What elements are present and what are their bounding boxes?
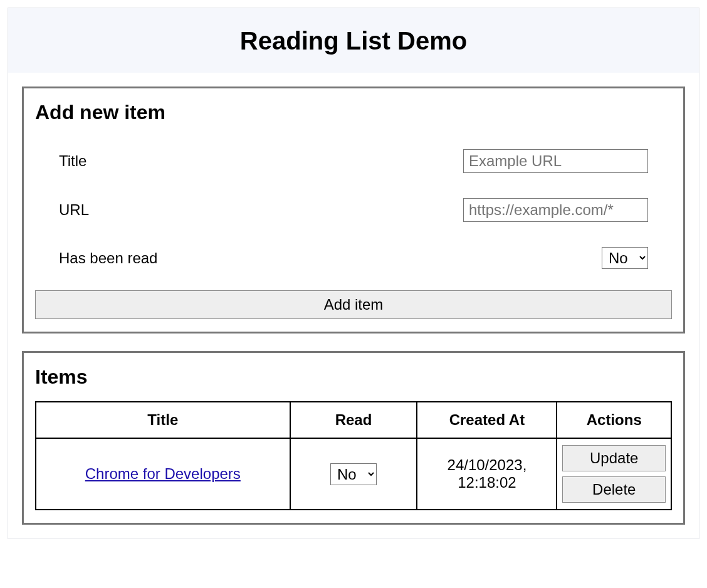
url-label: URL — [59, 201, 89, 219]
cell-title: Chrome for Developers — [36, 438, 290, 510]
table-row: Chrome for Developers No Yes 24/10/2023,… — [36, 438, 671, 510]
action-button-stack: Update Delete — [562, 445, 666, 503]
page-title: Reading List Demo — [16, 27, 691, 55]
update-button[interactable]: Update — [562, 445, 666, 471]
col-header-title: Title — [36, 402, 290, 438]
app-body: Add new item Title URL Has been read No … — [8, 73, 699, 538]
cell-created-at: 24/10/2023, 12:18:02 — [417, 438, 557, 510]
cell-read: No Yes — [290, 438, 417, 510]
add-item-panel: Add new item Title URL Has been read No … — [22, 87, 685, 333]
add-item-heading: Add new item — [35, 101, 672, 124]
col-header-created: Created At — [417, 402, 557, 438]
form-row-has-been-read: Has been read No Yes — [35, 234, 672, 281]
cell-actions: Update Delete — [557, 438, 671, 510]
table-header-row: Title Read Created At Actions — [36, 402, 671, 438]
items-table: Title Read Created At Actions Chrome for… — [35, 401, 672, 510]
col-header-read: Read — [290, 402, 417, 438]
form-row-url: URL — [35, 186, 672, 234]
items-panel: Items Title Read Created At Actions Chro… — [22, 351, 685, 525]
form-row-title: Title — [35, 137, 672, 186]
items-heading: Items — [35, 365, 672, 389]
add-item-button[interactable]: Add item — [35, 290, 672, 319]
app-header: Reading List Demo — [8, 8, 699, 73]
has-been-read-select[interactable]: No Yes — [602, 247, 648, 269]
url-input[interactable] — [463, 198, 648, 222]
title-input[interactable] — [463, 149, 648, 173]
item-title-link[interactable]: Chrome for Developers — [85, 465, 241, 482]
has-been-read-label: Has been read — [59, 249, 157, 267]
col-header-actions: Actions — [557, 402, 671, 438]
app-frame: Reading List Demo Add new item Title URL… — [8, 8, 699, 539]
title-label: Title — [59, 152, 86, 170]
row-read-select[interactable]: No Yes — [330, 463, 377, 485]
delete-button[interactable]: Delete — [562, 476, 666, 503]
